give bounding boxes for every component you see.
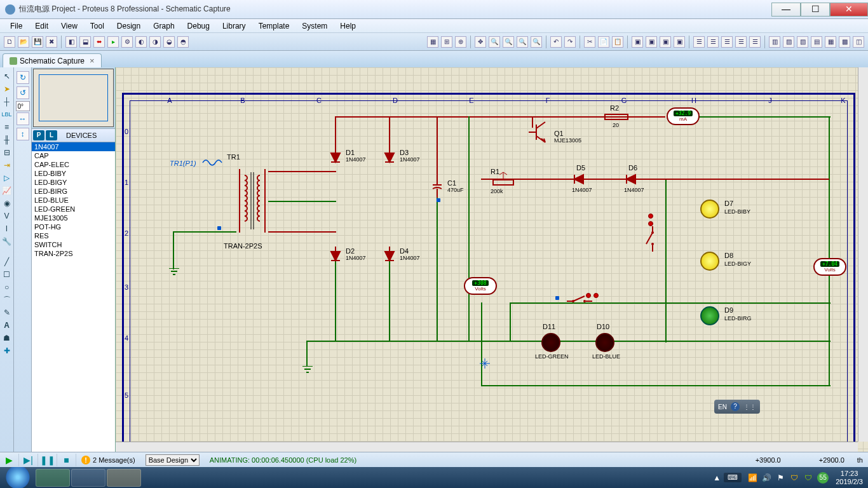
block1-icon[interactable]: ▣	[632, 36, 643, 48]
step-button[interactable]: ▶|	[19, 454, 38, 466]
device-item[interactable]: LED-BLUE	[32, 196, 115, 205]
device-item[interactable]: SWITCH	[32, 240, 115, 249]
play-button[interactable]: ▶	[0, 454, 19, 466]
rot-ccw-icon[interactable]: ↺	[17, 86, 29, 99]
zoomfit-icon[interactable]: 🔍	[517, 36, 528, 48]
line-2d-icon[interactable]: ╱	[2, 257, 12, 267]
flip-v-icon[interactable]: ↕	[17, 128, 29, 140]
menu-library[interactable]: Library	[216, 20, 252, 32]
tray-flag-icon[interactable]: ⚑	[775, 473, 785, 483]
canvas[interactable]: A B C D E F G H J K 0 1 2 3 4 5 6	[116, 67, 868, 452]
tool1-icon[interactable]: ◧	[65, 36, 77, 48]
task-item-proteus[interactable]	[71, 469, 105, 487]
tray-shield2-icon[interactable]: 🛡	[803, 473, 813, 483]
block2-icon[interactable]: ▣	[646, 36, 657, 48]
open-icon[interactable]: 📂	[18, 36, 29, 48]
menu-graph[interactable]: Graph	[147, 20, 180, 32]
tool8-icon[interactable]: ◒	[163, 36, 175, 48]
device-item[interactable]: MJE13005	[32, 214, 115, 222]
menu-system[interactable]: System	[295, 20, 334, 32]
diode-d6[interactable]	[624, 173, 642, 185]
copy-icon[interactable]: 📄	[598, 36, 609, 48]
scrollbar-horizontal[interactable]	[116, 442, 858, 452]
tab-close-icon[interactable]: ×	[90, 56, 95, 65]
zoomin-icon[interactable]: 🔍	[489, 36, 500, 48]
tool3-icon[interactable]: ⬌	[93, 36, 105, 48]
new-icon[interactable]: 🗋	[4, 36, 15, 48]
stop-button[interactable]: ■	[57, 454, 76, 466]
tool7-icon[interactable]: ◑	[149, 36, 161, 48]
device-item[interactable]: CAP-ELEC	[32, 160, 115, 169]
diode-d2[interactable]	[330, 245, 341, 263]
device-item[interactable]: RES	[32, 231, 115, 240]
text-mode-icon[interactable]: ≡	[2, 122, 12, 132]
diode-d4[interactable]	[384, 245, 395, 263]
pause-button[interactable]: ❚❚	[38, 454, 57, 466]
tray-shield-icon[interactable]: 🛡	[789, 473, 799, 483]
led-d8[interactable]	[700, 252, 719, 271]
switch-indicator[interactable]	[593, 293, 599, 298]
ime-toolbar[interactable]: EN ? ⋮⋮	[714, 400, 760, 414]
marker-icon[interactable]: ✚	[2, 346, 12, 356]
tool4-icon[interactable]: ▸	[107, 36, 119, 48]
menu-edit[interactable]: Edit	[29, 20, 55, 32]
device-item[interactable]: TRAN-2P2S	[32, 249, 115, 258]
tray-volume-icon[interactable]: 🔊	[761, 473, 771, 483]
bus-mode-icon[interactable]: ╫	[2, 135, 12, 145]
led-d10[interactable]	[595, 333, 614, 352]
cut-icon[interactable]: ✂	[584, 36, 595, 48]
maximize-button[interactable]: ☐	[801, 3, 830, 17]
label-mode-icon[interactable]: LBL	[2, 109, 12, 119]
circle-2d-icon[interactable]: ○	[2, 282, 12, 292]
device-item[interactable]: LED-BIBY	[32, 169, 115, 178]
led-d9[interactable]	[700, 306, 719, 325]
scrollbar-vertical[interactable]	[858, 67, 868, 442]
probe-v-icon[interactable]: V	[2, 211, 12, 221]
generator-icon[interactable]: ◉	[2, 198, 12, 208]
path-2d-icon[interactable]: ✎	[2, 308, 12, 318]
menu-template[interactable]: Template	[252, 20, 296, 32]
module5-icon[interactable]: ☰	[749, 36, 761, 48]
module4-icon[interactable]: ☰	[735, 36, 747, 48]
pcb3-icon[interactable]: ▧	[797, 36, 808, 48]
device-list[interactable]: 1N4007 CAP CAP-ELEC LED-BIBY LED-BIGY LE…	[32, 142, 115, 452]
transistor-q1[interactable]	[522, 119, 548, 145]
tool9-icon[interactable]: ◓	[177, 36, 189, 48]
terminal-icon[interactable]: ⇥	[2, 160, 12, 170]
paste-icon[interactable]: 📋	[612, 36, 623, 48]
pan-icon[interactable]: ✥	[475, 36, 486, 48]
module1-icon[interactable]: ☰	[693, 36, 705, 48]
close-icon[interactable]: ✖	[46, 36, 57, 48]
led-d7[interactable]	[700, 200, 719, 219]
ime-grip-icon[interactable]: ⋮⋮	[743, 403, 756, 410]
zoomout-icon[interactable]: 🔍	[503, 36, 514, 48]
component-mode-icon[interactable]: ➤	[2, 84, 12, 94]
design-select[interactable]: Base Design	[146, 454, 200, 466]
diode-d5[interactable]	[572, 173, 590, 185]
pcb2-icon[interactable]: ▨	[783, 36, 794, 48]
device-item[interactable]: 1N4007	[32, 142, 115, 151]
menu-tool[interactable]: Tool	[84, 20, 111, 32]
rotation-input[interactable]	[16, 101, 30, 111]
graph-icon[interactable]: 📈	[2, 186, 12, 196]
switch-icon[interactable]	[567, 295, 592, 308]
voltmeter-1[interactable]: +308 Volts	[464, 277, 497, 295]
select-mode-icon[interactable]: ↖	[2, 71, 12, 81]
tray-lang[interactable]: ⌨	[724, 473, 742, 482]
task-item-explorer[interactable]	[107, 469, 141, 487]
menu-view[interactable]: View	[55, 20, 84, 32]
pcb5-icon[interactable]: ▦	[825, 36, 836, 48]
task-item-browser[interactable]	[36, 469, 70, 487]
minimap[interactable]	[33, 69, 114, 127]
tool2-icon[interactable]: ⬓	[79, 36, 91, 48]
arc-2d-icon[interactable]: ⌒	[2, 295, 12, 305]
diode-d3[interactable]	[384, 147, 395, 165]
menu-design[interactable]: Design	[111, 20, 147, 32]
device-item[interactable]: POT-HG	[32, 222, 115, 231]
transformer-icon[interactable]	[233, 163, 271, 239]
tab-schematic[interactable]: Schematic Capture ×	[3, 53, 102, 67]
start-button[interactable]	[0, 467, 34, 488]
menu-debug[interactable]: Debug	[181, 20, 216, 32]
block3-icon[interactable]: ▣	[660, 36, 671, 48]
device-item[interactable]: LED-GREEN	[32, 205, 115, 214]
